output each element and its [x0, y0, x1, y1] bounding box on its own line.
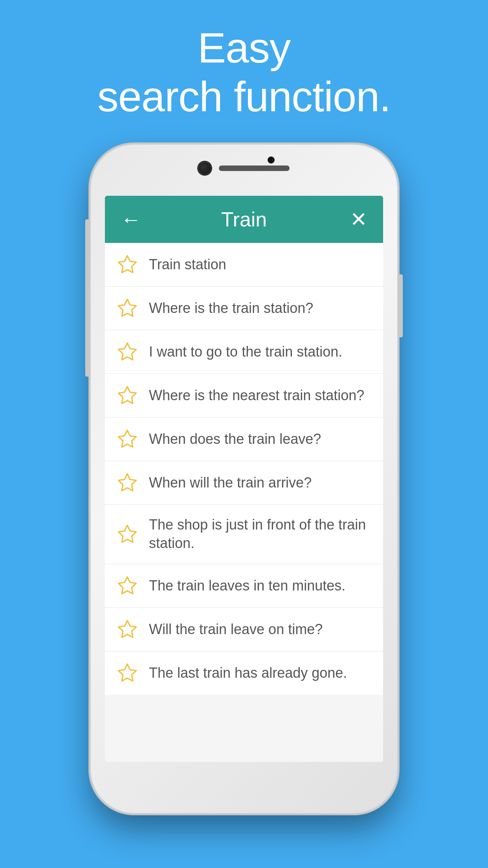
star-icon[interactable] — [117, 385, 138, 406]
phone-mockup: ← Train ✕ Train station Where is the tra… — [91, 145, 397, 813]
star-icon[interactable] — [117, 472, 138, 493]
phrase-text: When will the train arrive? — [149, 474, 371, 492]
phrase-text: Will the train leave on time? — [149, 620, 371, 639]
svg-marker-4 — [119, 430, 136, 447]
list-item[interactable]: I want to go to the train station. — [105, 330, 383, 374]
list-item[interactable]: When does the train leave? — [105, 417, 383, 461]
close-button[interactable]: ✕ — [350, 208, 367, 231]
svg-marker-6 — [119, 526, 136, 542]
app-header: ← Train ✕ — [105, 196, 383, 243]
phrase-list: Train station Where is the train station… — [105, 243, 383, 695]
list-item[interactable]: Will the train leave on time? — [105, 608, 383, 651]
star-icon[interactable] — [117, 341, 138, 362]
star-icon[interactable] — [117, 619, 138, 640]
svg-marker-2 — [119, 343, 136, 360]
star-icon[interactable] — [117, 254, 138, 275]
back-button[interactable]: ← — [121, 208, 141, 231]
speaker — [219, 166, 290, 171]
phone-top-bar — [161, 162, 327, 175]
phrase-text: The train leaves in ten minutes. — [149, 577, 371, 595]
star-icon[interactable] — [117, 575, 138, 596]
list-item[interactable]: The shop is just in front of the train s… — [105, 505, 383, 564]
list-item[interactable]: The train leaves in ten minutes. — [105, 564, 383, 608]
svg-marker-1 — [119, 300, 136, 316]
star-icon[interactable] — [117, 662, 138, 684]
phrase-text: The last train has already gone. — [149, 664, 371, 682]
list-item[interactable]: Where is the train station? — [105, 287, 383, 330]
svg-marker-7 — [119, 577, 136, 594]
phrase-text: Train station — [149, 256, 371, 274]
phrase-text: The shop is just in front of the train s… — [149, 516, 371, 553]
list-item[interactable]: Train station — [105, 243, 383, 287]
phrase-text: I want to go to the train station. — [149, 343, 371, 361]
svg-marker-0 — [119, 256, 136, 273]
list-item[interactable]: When will the train arrive? — [105, 461, 383, 505]
phone-screen: ← Train ✕ Train station Where is the tra… — [105, 196, 383, 762]
phrase-text: Where is the nearest train station? — [149, 386, 371, 405]
star-icon[interactable] — [117, 524, 138, 545]
list-item[interactable]: The last train has already gone. — [105, 651, 383, 695]
phone-shell: ← Train ✕ Train station Where is the tra… — [91, 145, 397, 813]
phrase-text: Where is the train station? — [149, 299, 371, 318]
camera — [198, 162, 211, 175]
front-camera-dot — [268, 156, 275, 164]
svg-marker-8 — [119, 620, 136, 637]
star-icon[interactable] — [117, 428, 138, 450]
svg-marker-3 — [119, 387, 136, 404]
page-title: Easy search function. — [97, 24, 391, 121]
header-title: Train — [221, 208, 267, 231]
svg-marker-9 — [119, 664, 136, 681]
phrase-text: When does the train leave? — [149, 430, 371, 449]
list-item[interactable]: Where is the nearest train station? — [105, 374, 383, 417]
star-icon[interactable] — [117, 298, 138, 319]
svg-marker-5 — [119, 474, 136, 491]
